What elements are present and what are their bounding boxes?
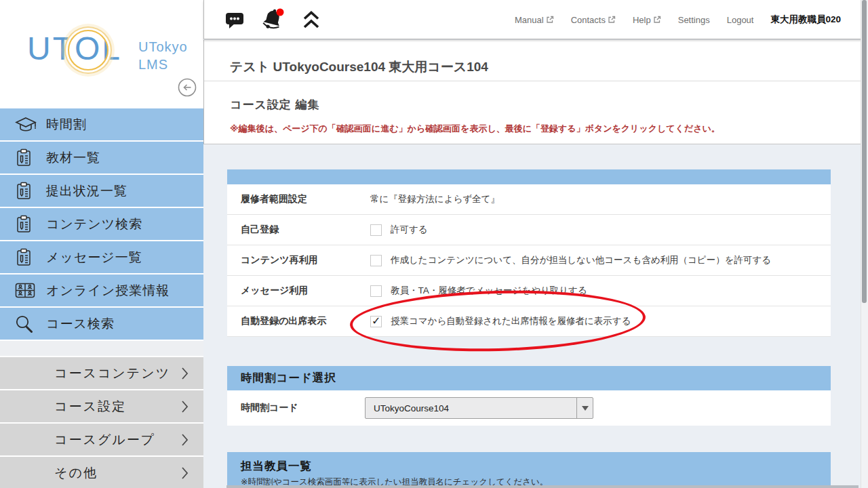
link-label: Contacts (571, 15, 606, 25)
sidebar-item-online-class-info[interactable]: オンライン授業情報 (0, 274, 203, 306)
section-header: 時間割コード選択 (227, 366, 831, 390)
logo-subtitle-line1: UTokyo (138, 38, 188, 56)
logo-o-with-rings: O (75, 30, 102, 67)
sidebar-item-materials[interactable]: 教材一覧 (0, 142, 203, 174)
table-row: 自動登録の出席表示 授業コマから自動登録された出席情報を履修者に表示する (227, 306, 831, 337)
table-row: メッセージ利用 教員・TA・履修者でメッセージをやり取りする (227, 276, 831, 306)
sidebar-item-timetable[interactable]: 時間割 (0, 108, 203, 140)
sidebar-item-label: コース設定 (54, 398, 126, 415)
course-page-title: テスト UTokyoCourse104 東大用コース104 (230, 58, 488, 76)
logo-subtitle: UTokyo LMS (138, 38, 188, 73)
checkbox-label: 授業コマから自動登録された出席情報を履修者に表示する (391, 315, 631, 327)
timetable-code-section: 時間割コード選択 時間割コード UTokyoCourse104 (227, 366, 831, 426)
auto-attendance-display-checkbox[interactable] (370, 316, 382, 327)
sidebar-item-label: コースグループ (54, 431, 155, 449)
sidebar-item-others[interactable]: その他 (0, 457, 203, 488)
link-label: Help (633, 15, 651, 25)
row-label: メッセージ利用 (227, 285, 365, 297)
topbar-left-icons (224, 0, 321, 39)
dropdown-selected-value: UTokyoCourse104 (366, 403, 449, 413)
table-header-bar (227, 169, 831, 184)
sidebar-section-divider (0, 341, 203, 356)
sidebar-item-course-contents[interactable]: コースコンテンツ (0, 357, 203, 389)
sidebar-item-label: コース検索 (46, 315, 115, 333)
sidebar-item-messages[interactable]: メッセージ一覧 (0, 241, 203, 273)
chevron-right-icon (182, 467, 189, 479)
clipboard-icon (15, 148, 46, 167)
sidebar-item-label: 教材一覧 (46, 149, 100, 167)
table-row: コンテンツ再利用 作成したコンテンツについて、自分が担当しない他コースも含め利用… (227, 245, 831, 276)
sidebar-item-label: オンライン授業情報 (46, 282, 170, 300)
logo-area: UTOL UTokyo LMS (0, 0, 203, 108)
notification-badge (277, 9, 284, 16)
link-label: Logout (727, 15, 754, 25)
logo-subtitle-line2: LMS (138, 56, 188, 73)
sidebar-item-label: コースコンテンツ (54, 365, 170, 382)
topbar: Manual Contacts Help Settings (203, 0, 868, 39)
link-label: Manual (515, 15, 544, 25)
section-title: コース設定 編集 (230, 97, 320, 113)
sidebar-item-label: 提出状況一覧 (46, 182, 127, 200)
self-registration-checkbox[interactable] (370, 224, 382, 236)
chevron-right-icon (182, 434, 189, 446)
help-link[interactable]: Help (633, 15, 661, 25)
table-row: 自己登録 許可する (227, 215, 831, 245)
logged-in-user-name: 東大用教職員020 (770, 14, 841, 26)
sidebar-item-course-group[interactable]: コースグループ (0, 424, 203, 455)
online-class-icon (15, 283, 46, 298)
sidebar: UTOL UTokyo LMS (0, 0, 203, 488)
row-label: 自動登録の出席表示 (227, 315, 365, 327)
notifications-bell-icon[interactable] (261, 7, 285, 32)
link-label: Settings (678, 15, 710, 25)
graduation-cap-icon (15, 116, 46, 134)
settings-link[interactable]: Settings (678, 15, 710, 25)
content-reuse-checkbox[interactable] (370, 255, 382, 266)
checkbox-label: 作成したコンテンツについて、自分が担当しない他コースも含め利用（コピー）を許可す… (391, 254, 771, 266)
chevron-right-icon (182, 401, 189, 413)
collapse-header-icon[interactable] (302, 9, 321, 30)
sidebar-collapse-button[interactable] (178, 78, 197, 97)
sidebar-nav: 時間割 教材一覧 (0, 108, 203, 488)
sidebar-item-submissions[interactable]: 提出状況一覧 (0, 175, 203, 207)
search-icon (15, 314, 46, 333)
chevron-right-icon (182, 367, 189, 380)
dropdown-arrow-icon[interactable] (576, 398, 593, 418)
manual-link[interactable]: Manual (515, 15, 554, 25)
row-label: 履修者範囲設定 (227, 193, 365, 205)
row-label: 時間割コード (227, 402, 365, 414)
edit-instruction-note: ※編集後は、ページ下の「確認画面に進む」から確認画面を表示し、最後に「登録する」… (230, 123, 720, 135)
sidebar-item-course-settings[interactable]: コース設定 (0, 390, 203, 422)
row-value: 常に『登録方法によらず全て』 (370, 193, 500, 205)
sidebar-item-label: コンテンツ検索 (46, 216, 142, 233)
clipboard-icon (15, 182, 46, 201)
vertical-scrollbar-track[interactable] (861, 0, 868, 488)
message-use-checkbox[interactable] (370, 285, 382, 297)
clipboard-icon (15, 215, 46, 234)
sidebar-item-label: 時間割 (46, 116, 87, 134)
clipboard-icon (15, 248, 46, 267)
vertical-scrollbar-thumb[interactable] (862, 0, 867, 303)
table-row: 履修者範囲設定 常に『登録方法によらず全て』 (227, 184, 831, 215)
logout-link[interactable]: Logout (727, 15, 754, 25)
messages-icon[interactable] (224, 10, 245, 29)
checkbox-label: 許可する (391, 224, 428, 236)
sidebar-item-course-search[interactable]: コース検索 (0, 308, 203, 340)
timetable-code-dropdown[interactable]: UTokyoCourse104 (365, 397, 593, 419)
divider (204, 81, 868, 81)
contacts-link[interactable]: Contacts (571, 15, 616, 25)
sidebar-item-label: メッセージ一覧 (46, 249, 142, 266)
arrow-left-circle-icon (178, 78, 197, 97)
row-label: コンテンツ再利用 (227, 254, 365, 266)
instructors-section: 担当教員一覧 ※時間割やコース検索画面等に表示したい担当教員名にチェックしてくだ… (227, 452, 831, 488)
sidebar-item-content-search[interactable]: コンテンツ検索 (0, 208, 203, 240)
topbar-right-links: Manual Contacts Help Settings (515, 0, 841, 39)
external-link-icon (546, 16, 554, 24)
section-header: 担当教員一覧 (241, 459, 831, 474)
sidebar-item-label: その他 (54, 464, 98, 482)
checkbox-label: 教員・TA・履修者でメッセージをやり取りする (391, 285, 587, 297)
row-label: 自己登録 (227, 224, 365, 236)
external-link-icon (653, 16, 661, 24)
content-header: テスト UTokyoCourse104 東大用コース104 コース設定 編集 ※… (203, 40, 868, 144)
utol-lms-app: UTOL UTokyo LMS (0, 0, 868, 488)
utol-logo: UTOL (27, 30, 122, 67)
